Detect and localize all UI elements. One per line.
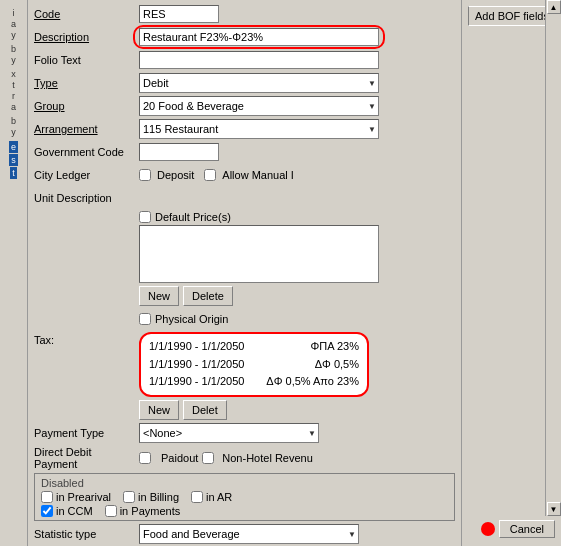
statistic-type-dropdown[interactable]: Food and Beverage [139, 524, 359, 544]
type-dropdown-wrapper: Debit [139, 73, 379, 93]
folio-text-input[interactable] [139, 51, 379, 69]
right-panel: Add BOF fields ▲ ▼ Cancel [461, 0, 561, 546]
tax-code-0: ΦΠΑ 23% [310, 338, 359, 356]
group-row: Group 20 Food & Beverage [34, 96, 455, 116]
type-dropdown[interactable]: Debit [139, 73, 379, 93]
tax-entry-2: 1/1/1990 - 1/1/2050 ΔΦ 0,5% Απο 23% [149, 373, 359, 391]
new-delete-row-2: New Delet [34, 400, 455, 420]
payment-type-dropdown[interactable]: <None> [139, 423, 319, 443]
scroll-down-button[interactable]: ▼ [547, 502, 561, 516]
in-prearival-label: in Prearival [56, 491, 111, 503]
city-ledger-checkbox[interactable] [139, 169, 151, 181]
arrangement-row: Arrangement 115 Restaurant [34, 119, 455, 139]
in-ar-label: in AR [206, 491, 232, 503]
in-payments-item: in Payments [105, 505, 181, 517]
paidout-checkbox[interactable] [202, 452, 214, 464]
default-prices-checkbox-row: Default Price(s) [139, 211, 379, 223]
scroll-up-button[interactable]: ▲ [547, 0, 561, 14]
physical-origin-label: Physical Origin [155, 313, 228, 325]
in-billing-checkbox[interactable] [123, 491, 135, 503]
delete-button-2[interactable]: Delet [183, 400, 227, 420]
default-prices-section: Default Price(s) [139, 211, 379, 283]
in-payments-label: in Payments [120, 505, 181, 517]
payment-type-row: Payment Type <None> [34, 423, 455, 443]
in-ccm-item: in CCM [41, 505, 93, 517]
paidout-label: Paidout [161, 452, 198, 464]
description-wrapper [139, 28, 379, 46]
description-row: Description [34, 27, 455, 47]
statistic-type-row: Statistic type Food and Beverage [34, 524, 455, 544]
in-ccm-label: in CCM [56, 505, 93, 517]
description-input[interactable] [139, 28, 379, 46]
direct-debit-label: Direct Debit Payment [34, 446, 139, 470]
tax-label: Tax: [34, 332, 139, 346]
tax-entry-1: 1/1/1990 - 1/1/2050 ΔΦ 0,5% [149, 356, 359, 374]
in-ar-checkbox[interactable] [191, 491, 203, 503]
tax-dates-0: 1/1/1990 - 1/1/2050 [149, 338, 244, 356]
code-input[interactable] [139, 5, 219, 23]
physical-origin-row: Physical Origin [34, 309, 455, 329]
in-prearival-checkbox[interactable] [41, 491, 53, 503]
tax-entry-0: 1/1/1990 - 1/1/2050 ΦΠΑ 23% [149, 338, 359, 356]
in-billing-label: in Billing [138, 491, 179, 503]
type-row: Type Debit [34, 73, 455, 93]
in-billing-item: in Billing [123, 491, 179, 503]
type-label: Type [34, 77, 139, 89]
tax-code-1: ΔΦ 0,5% [315, 356, 359, 374]
direct-debit-row: Direct Debit Payment Paidout Non-Hotel R… [34, 446, 455, 470]
statistic-type-dropdown-wrapper: Food and Beverage [139, 524, 359, 544]
cancel-button[interactable]: Cancel [499, 520, 555, 538]
cancel-icon [481, 522, 495, 536]
form-panel: Code Description Folio Text Type Debit [28, 0, 461, 546]
city-ledger-row: City Ledger Deposit Allow Manual I [34, 165, 455, 185]
group-dropdown-wrapper: 20 Food & Beverage [139, 96, 379, 116]
tax-dates-1: 1/1/1990 - 1/1/2050 [149, 356, 244, 374]
government-code-input[interactable] [139, 143, 219, 161]
allow-manual-label: Allow Manual I [222, 169, 294, 181]
non-hotel-label: Non-Hotel Revenu [222, 452, 313, 464]
arrangement-dropdown[interactable]: 115 Restaurant [139, 119, 379, 139]
in-ar-item: in AR [191, 491, 232, 503]
in-prearival-item: in Prearival [41, 491, 111, 503]
folio-text-label: Folio Text [34, 54, 139, 66]
group-dropdown[interactable]: 20 Food & Beverage [139, 96, 379, 116]
in-payments-checkbox[interactable] [105, 505, 117, 517]
default-prices-label: Default Price(s) [155, 211, 231, 223]
payment-type-label: Payment Type [34, 427, 139, 439]
new-button-1[interactable]: New [139, 286, 179, 306]
default-prices-textarea[interactable] [139, 225, 379, 283]
tax-box: 1/1/1990 - 1/1/2050 ΦΠΑ 23% 1/1/1990 - 1… [139, 332, 369, 397]
left-sidebar: i a y b y x t r a b y e s t [0, 0, 28, 546]
add-bof-button[interactable]: Add BOF fields [468, 6, 556, 26]
government-code-label: Government Code [34, 146, 139, 158]
disabled-checkboxes: in Prearival in Billing in AR [41, 491, 448, 503]
physical-origin-checkbox[interactable] [139, 313, 151, 325]
scrollbar[interactable]: ▲ ▼ [545, 0, 561, 516]
unit-description-label: Unit Description [34, 192, 139, 204]
default-prices-row: Default Price(s) [34, 211, 455, 283]
in-ccm-checkbox[interactable] [41, 505, 53, 517]
default-prices-checkbox[interactable] [139, 211, 151, 223]
deposit-label: Deposit [157, 169, 194, 181]
payment-type-dropdown-wrapper: <None> [139, 423, 319, 443]
tax-code-2: ΔΦ 0,5% Απο 23% [266, 373, 359, 391]
delete-button-1[interactable]: Delete [183, 286, 233, 306]
disabled-section: Disabled in Prearival in Billing in AR [34, 473, 455, 521]
statistic-type-label: Statistic type [34, 528, 139, 540]
code-row: Code [34, 4, 455, 24]
group-label: Group [34, 100, 139, 112]
folio-text-row: Folio Text [34, 50, 455, 70]
disabled-checkboxes-row2: in CCM in Payments [41, 505, 448, 517]
deposit-checkbox[interactable] [204, 169, 216, 181]
code-label: Code [34, 8, 139, 20]
arrangement-label: Arrangement [34, 123, 139, 135]
cancel-btn-area: Cancel [481, 520, 555, 538]
unit-description-row: Unit Description [34, 188, 455, 208]
direct-debit-checkbox[interactable] [139, 452, 151, 464]
city-ledger-label: City Ledger [34, 169, 139, 181]
new-delete-row-1: New Delete [34, 286, 455, 306]
arrangement-dropdown-wrapper: 115 Restaurant [139, 119, 379, 139]
disabled-title: Disabled [41, 477, 448, 489]
tax-dates-2: 1/1/1990 - 1/1/2050 [149, 373, 244, 391]
new-button-2[interactable]: New [139, 400, 179, 420]
